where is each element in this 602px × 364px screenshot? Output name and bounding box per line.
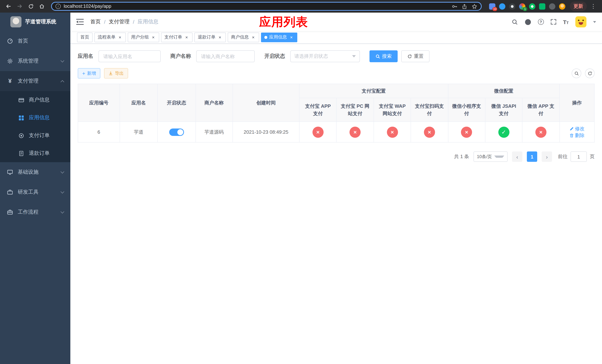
- breadcrumb-home[interactable]: 首页: [90, 19, 101, 25]
- cell-merchant: 芋道源码: [195, 122, 233, 142]
- sidebar-item-home[interactable]: 首页: [0, 31, 70, 51]
- tab-label: 用户分组: [131, 34, 149, 40]
- chevron-down-icon: [61, 170, 64, 173]
- home-icon[interactable]: [37, 1, 47, 11]
- next-page-button[interactable]: ›: [542, 151, 552, 162]
- data-table: 应用编号 应用名 开启状态 商户名称 创建时间 支付宝配置 微信配置 操作 支付…: [78, 84, 595, 143]
- tab-app-info[interactable]: 应用信息 ×: [261, 32, 297, 42]
- monitor-icon: [7, 169, 13, 175]
- cell-app-id: 6: [78, 122, 119, 142]
- search-icon[interactable]: [511, 19, 518, 25]
- user-avatar[interactable]: [575, 16, 586, 27]
- share-icon[interactable]: [462, 3, 467, 9]
- tab-close-icon[interactable]: ×: [117, 35, 123, 40]
- sidebar-item-label: 基础设施: [18, 169, 39, 175]
- goto-label: 前往: [558, 153, 568, 160]
- merchant-name-input[interactable]: [196, 50, 255, 62]
- address-bar[interactable]: i localhost:1024/pay/app: [51, 2, 482, 11]
- merchant-name-label: 商户名称: [170, 53, 191, 60]
- reset-button[interactable]: 重置: [401, 50, 430, 62]
- extension-icon-5[interactable]: [529, 3, 535, 10]
- status-select[interactable]: 请选择开启状态: [290, 50, 360, 62]
- tab-refund-order[interactable]: 退款订单 ×: [194, 32, 226, 42]
- sidebar-item-payment[interactable]: ¥ 支付管理: [0, 71, 70, 91]
- extension-icon-6[interactable]: [539, 3, 545, 10]
- browser-update-button[interactable]: 更新: [570, 1, 587, 11]
- screen: i localhost:1024/pay/app 10 1: [0, 0, 602, 364]
- tab-merchant-info[interactable]: 商户信息 ×: [228, 32, 259, 42]
- status-toggle[interactable]: [169, 128, 184, 136]
- fullscreen-icon[interactable]: [550, 19, 556, 25]
- extension-icon-3[interactable]: [509, 3, 515, 10]
- app-name-input[interactable]: [98, 50, 161, 62]
- sidebar-item-refund-order[interactable]: 退款订单: [0, 144, 70, 162]
- extension-icon-4[interactable]: 1: [519, 3, 525, 10]
- tab-process-form[interactable]: 流程表单 ×: [94, 32, 126, 42]
- sidebar-item-pay-order[interactable]: 支付订单: [0, 127, 70, 144]
- column-header-wechat-jsapi: 微信 JSAPI 支付: [485, 98, 522, 122]
- avatar-caret-down-icon[interactable]: [593, 21, 596, 23]
- sidebar-logo[interactable]: 芋道管理系统: [0, 13, 70, 31]
- sidebar-item-merchant-info[interactable]: 商户信息: [0, 91, 70, 109]
- alipay-app-status-icon: ×: [312, 127, 323, 138]
- url-text[interactable]: localhost:1024/pay/app: [64, 4, 111, 9]
- sidebar-collapse-icon[interactable]: [76, 18, 85, 26]
- document-icon: [18, 150, 24, 156]
- tab-close-icon[interactable]: ×: [217, 35, 223, 40]
- sidebar-item-system[interactable]: 系统管理: [0, 51, 70, 71]
- prev-page-button[interactable]: ‹: [512, 151, 522, 162]
- password-key-icon[interactable]: [452, 3, 457, 9]
- page-annotation-title: 应用列表: [259, 15, 308, 29]
- refresh-table-icon[interactable]: [585, 68, 595, 78]
- tab-home[interactable]: 首页: [77, 32, 93, 42]
- sidebar-item-workflow[interactable]: 工作流程: [0, 202, 70, 222]
- breadcrumb-section[interactable]: 支付管理: [109, 19, 129, 25]
- tab-user-group[interactable]: 用户分组 ×: [128, 32, 159, 42]
- app-name-label: 应用名: [78, 53, 93, 60]
- reload-icon[interactable]: [26, 1, 35, 11]
- tab-close-icon[interactable]: ×: [251, 35, 256, 40]
- sidebar-item-dev-tools[interactable]: 研发工具: [0, 182, 70, 202]
- page-number-button[interactable]: 1: [527, 151, 537, 162]
- site-info-icon[interactable]: i: [55, 4, 61, 9]
- extension-icon-7[interactable]: [549, 3, 555, 10]
- tab-close-icon[interactable]: ×: [184, 35, 189, 40]
- sidebar: 芋道管理系统 首页 系统管理 ¥ 支付管理 商户信息: [0, 13, 70, 364]
- bookmark-star-icon[interactable]: [472, 3, 477, 9]
- column-header-actions: 操作: [559, 84, 594, 122]
- add-button[interactable]: + 新增: [78, 68, 100, 78]
- toolbox-icon: [7, 189, 13, 195]
- help-icon[interactable]: ?: [538, 19, 544, 25]
- tab-close-icon[interactable]: ×: [151, 35, 156, 40]
- edit-link[interactable]: 修改: [570, 125, 585, 132]
- column-header-wechat-app: 微信 APP 支付: [522, 98, 559, 122]
- show-search-toggle-icon[interactable]: [572, 68, 581, 78]
- delete-link[interactable]: 删除: [570, 132, 585, 139]
- tab-label: 商户信息: [231, 34, 249, 40]
- extension-icon-1[interactable]: 10: [489, 3, 495, 10]
- tab-close-icon[interactable]: ×: [289, 35, 294, 40]
- sidebar-item-infrastructure[interactable]: 基础设施: [0, 162, 70, 182]
- extensions-area: 10 1: [486, 3, 568, 10]
- status-label: 开启状态: [264, 53, 285, 60]
- page-size-select[interactable]: 10条/页: [473, 151, 508, 162]
- tab-label: 应用信息: [269, 34, 287, 40]
- extension-icon-2[interactable]: [499, 3, 505, 10]
- chevron-down-icon: [61, 210, 64, 214]
- github-icon[interactable]: [525, 19, 531, 25]
- sidebar-item-app-info[interactable]: 应用信息: [0, 109, 70, 127]
- goto-page-input[interactable]: [570, 151, 587, 162]
- cell-status: [158, 122, 195, 142]
- browser-menu-icon[interactable]: ⋮: [588, 3, 598, 10]
- chevron-down-icon: [61, 190, 64, 193]
- search-button[interactable]: 搜索: [369, 50, 398, 62]
- cell-created: 2021-10-23 08:49:25: [233, 122, 300, 142]
- back-icon[interactable]: [4, 1, 13, 11]
- tab-pay-order[interactable]: 支付订单 ×: [161, 32, 193, 42]
- cell-app-name: 芋道: [119, 122, 158, 142]
- font-size-icon[interactable]: TT: [563, 19, 569, 25]
- forward-icon[interactable]: [15, 1, 24, 11]
- extension-icon-8[interactable]: [559, 3, 565, 10]
- export-button[interactable]: 导出: [104, 68, 128, 78]
- wechat-mini-status-icon: ×: [461, 127, 472, 138]
